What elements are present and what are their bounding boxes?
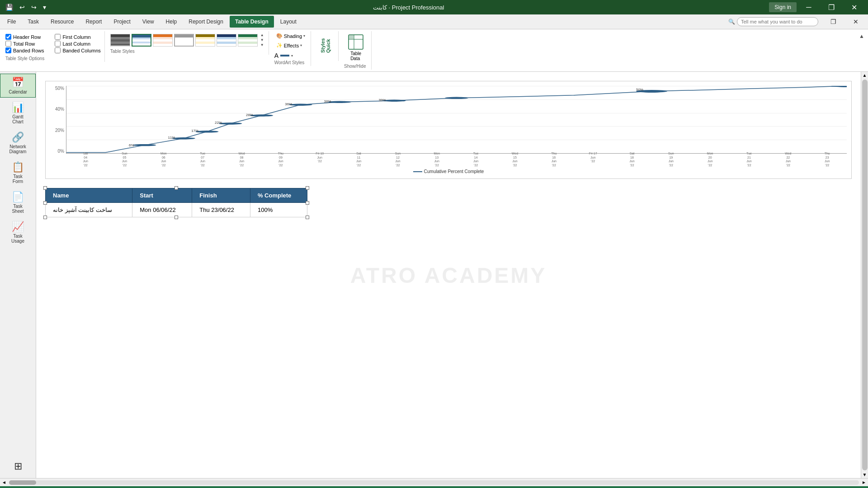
sidebar-item-more[interactable]: ⊞ (0, 457, 36, 476)
ribbon-collapse-icon[interactable]: ▲ (859, 33, 864, 39)
checkboxes-container: Header Row First Column Total Row Last C… (5, 32, 101, 55)
search-input[interactable] (737, 17, 818, 26)
svg-point-13 (636, 90, 667, 93)
scroll-up-icon[interactable]: ▲ (260, 33, 264, 37)
cell-finish: Thu 23/06/22 (192, 203, 250, 217)
sidebar-item-task-usage[interactable]: 📈 TaskUsage (0, 218, 36, 247)
sidebar-label-network: NetworkDiagram (9, 144, 27, 154)
ribbon-search-area: 🔍 (728, 17, 818, 26)
tab-report-design[interactable]: Report Design (183, 16, 229, 28)
ribbon-close-button[interactable]: ✕ (845, 14, 866, 29)
y-label-20: 20% (55, 128, 64, 133)
scroll-expand-icon[interactable]: ▼ (260, 43, 264, 47)
style-swatch-dark[interactable] (110, 34, 130, 47)
close-button[interactable]: ✕ (844, 0, 864, 14)
table-row: ساخت کابینت آشپز خانه Mon 06/06/22 Thu 2… (46, 203, 307, 217)
resize-handle-mid-right[interactable] (306, 201, 309, 205)
header-row: Name Start Finish % Complete (46, 188, 307, 203)
chart-legend: Cumulative Percent Complete (50, 169, 847, 174)
sidebar-item-network[interactable]: 🔗 NetworkDiagram (0, 128, 36, 157)
x-label-15: Sun19Jun'22 (651, 152, 690, 167)
resize-handle-bottom-left[interactable] (43, 216, 47, 219)
resize-handle-bottom-center[interactable] (175, 216, 178, 219)
redo-icon[interactable]: ↪ (29, 3, 38, 12)
ribbon-restore-button[interactable]: ❐ (823, 14, 844, 29)
shading-dropdown-icon: ▾ (303, 34, 305, 38)
svg-point-9 (289, 103, 312, 105)
resize-handle-top-right[interactable] (306, 186, 309, 190)
style-swatch-blue[interactable] (132, 34, 151, 47)
col-header-name: Name (46, 188, 132, 203)
resize-handle-bottom-right[interactable] (306, 216, 309, 219)
tab-task[interactable]: Task (22, 16, 44, 28)
font-color-dropdown-icon[interactable]: ▾ (291, 54, 293, 58)
quick-styles-button[interactable]: QuickStyles (316, 32, 335, 59)
show-hide-content: TableData (344, 32, 368, 63)
header-row-checkbox[interactable]: Header Row (5, 34, 51, 40)
table-data-button[interactable]: TableData (344, 32, 368, 63)
resize-handle-top-center[interactable] (175, 186, 178, 190)
sign-in-button[interactable]: Sign in (769, 2, 797, 12)
tab-project[interactable]: Project (108, 16, 136, 28)
sidebar-item-task-sheet[interactable]: 📄 TaskSheet (0, 188, 36, 217)
banded-columns-checkbox[interactable]: Banded Columns (55, 47, 100, 53)
content-area: ATRO ACADEMY 50% 40% 20% 0% (36, 72, 861, 478)
y-label-40: 40% (55, 107, 64, 112)
scroll-thumb-h[interactable] (9, 480, 36, 485)
horizontal-scrollbar[interactable]: ◄ ► (0, 478, 868, 486)
tab-view[interactable]: View (137, 16, 160, 28)
watermark: ATRO ACADEMY (350, 263, 547, 287)
y-label-50: 50% (55, 86, 64, 91)
effects-label: Effects (284, 43, 299, 48)
last-column-checkbox[interactable]: Last Column (55, 41, 100, 47)
table-body: ساخت کابینت آشپز خانه Mon 06/06/22 Thu 2… (46, 203, 307, 217)
col-header-start: Start (132, 188, 192, 203)
scroll-left-button[interactable]: ◄ (0, 479, 8, 486)
tab-report[interactable]: Report (80, 16, 107, 28)
sidebar-item-calendar[interactable]: 📅 Calendar (0, 74, 36, 98)
table-header: Name Start Finish % Complete (46, 188, 307, 203)
resize-handle-top-left[interactable] (43, 186, 47, 190)
chart-legend-label: Cumulative Percent Complete (424, 169, 484, 174)
title-bar: 💾 ↩ ↪ ▾ كابنت · Project Professional Sig… (0, 0, 868, 14)
vertical-scrollbar[interactable]: ▲ ▼ (861, 72, 868, 478)
style-swatch-plain[interactable] (174, 34, 194, 47)
task-usage-icon: 📈 (12, 221, 24, 233)
search-icon: 🔍 (728, 19, 735, 25)
scroll-track[interactable] (9, 480, 859, 485)
banded-rows-checkbox[interactable]: Banded Rows (5, 47, 51, 53)
font-color-icon: A (274, 52, 278, 59)
sidebar-item-gantt[interactable]: 📊 GanttChart (0, 99, 36, 127)
resize-handle-mid-left[interactable] (43, 201, 47, 205)
tab-resource[interactable]: Resource (45, 16, 79, 28)
style-swatches-container: ▲ ▼ ▼ (110, 32, 265, 48)
style-swatch-navy[interactable] (217, 34, 236, 47)
first-column-checkbox[interactable]: First Column (55, 34, 100, 40)
style-swatch-green[interactable] (238, 34, 258, 47)
sidebar-item-task-form[interactable]: 📋 TaskForm (0, 158, 36, 187)
style-swatch-gold[interactable] (195, 34, 215, 47)
tab-file[interactable]: File (2, 16, 21, 28)
scroll-down-button[interactable]: ▼ (862, 471, 868, 478)
scroll-up-button[interactable]: ▲ (862, 72, 868, 79)
scroll-right-button[interactable]: ► (860, 479, 868, 486)
sidebar-label-task-form: TaskForm (13, 174, 23, 184)
tab-layout[interactable]: Layout (275, 16, 302, 28)
restore-button[interactable]: ❐ (821, 0, 842, 14)
tab-table-design[interactable]: Table Design (230, 16, 274, 28)
tab-help[interactable]: Help (160, 16, 183, 28)
shading-button[interactable]: 🎨 Shading ▾ (274, 32, 307, 40)
scroll-down-icon[interactable]: ▼ (260, 38, 264, 42)
save-icon[interactable]: 💾 (4, 3, 15, 12)
total-row-checkbox[interactable]: Total Row (5, 41, 51, 47)
minimize-button[interactable]: ─ (798, 0, 819, 14)
x-label-2: Mon06Jun'22 (144, 152, 183, 167)
table-data-icon (348, 34, 364, 50)
table-style-options-group: Header Row First Column Total Row Last C… (4, 31, 105, 62)
quick-access-dropdown-icon[interactable]: ▾ (41, 3, 48, 12)
undo-icon[interactable]: ↩ (18, 3, 27, 12)
style-swatch-orange[interactable] (153, 34, 173, 47)
scroll-thumb[interactable] (862, 80, 868, 470)
styles-scroll[interactable]: ▲ ▼ ▼ (259, 32, 265, 48)
effects-button[interactable]: ✨ Effects ▾ (274, 42, 304, 49)
